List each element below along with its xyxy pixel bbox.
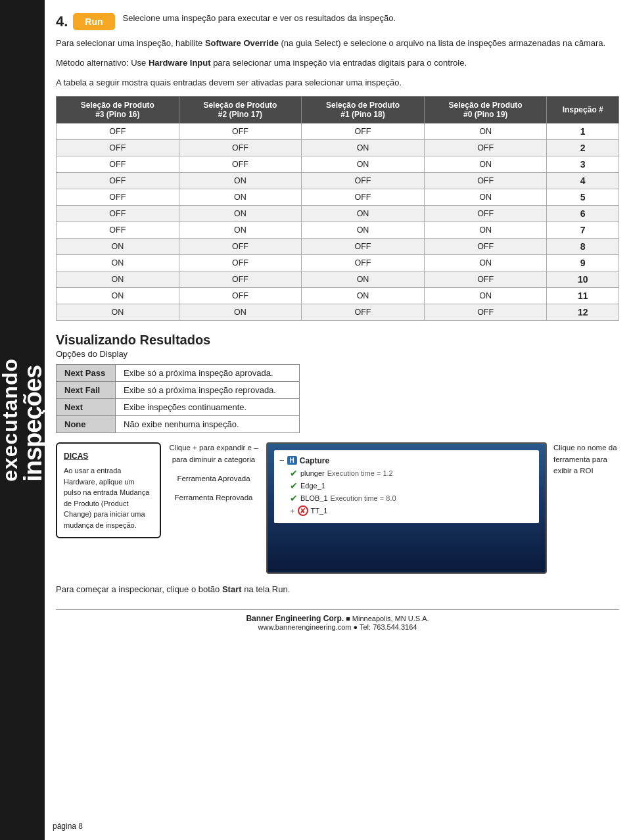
display-option-label-0: Next Pass (57, 365, 116, 382)
table-cell-0-1: OFF (179, 124, 302, 140)
table-cell-9-1: OFF (179, 271, 302, 288)
dicas-box: DICAS Ao usar a entrada Hardware, apliqu… (56, 442, 161, 538)
dicas-title: DICAS (64, 450, 153, 462)
table-row: OFFONOFFOFF4 (57, 173, 619, 189)
tool-row-2: ✔ BLOB_1 Execution time = 8.0 (290, 493, 534, 503)
table-row: ONOFFOFFON9 (57, 255, 619, 271)
table-cell-3-3: OFF (424, 173, 547, 189)
step-description: Selecione uma inspeção para executar e v… (123, 12, 619, 25)
table-cell-9-4: 10 (547, 271, 619, 288)
tool-extra-0: Execution time = 1.2 (327, 469, 393, 477)
check-green-2: ✔ (290, 493, 298, 503)
capture-label: Capture (300, 456, 329, 465)
capture-icon: H (287, 456, 297, 465)
table-row: ONOFFOFFOFF8 (57, 239, 619, 255)
table-cell-5-0: OFF (57, 206, 179, 222)
table-row: ONOFFONON11 (57, 288, 619, 304)
screenshot-area: − H Capture ✔ plunger Execution time = 1… (266, 442, 547, 574)
table-cell-2-1: OFF (179, 156, 302, 173)
table-cell-11-3: OFF (424, 304, 547, 321)
tool-name-3: TT_1 (311, 507, 328, 515)
table-cell-3-2: OFF (302, 173, 425, 189)
footer-phone: Tel: 763.544.3164 (360, 623, 417, 631)
table-cell-1-1: OFF (179, 140, 302, 156)
bottom-section: DICAS Ao usar a entrada Hardware, apliqu… (56, 442, 619, 574)
display-option-row-0: Next PassExibe só a próxima inspeção apr… (57, 365, 300, 382)
middle-instructions: Clique + para expandir e – para diminuir… (168, 442, 260, 511)
capture-row: − H Capture (279, 455, 534, 465)
tool-extra-2: Execution time = 8.0 (331, 494, 396, 502)
sidebar: executando inspeções (0, 0, 45, 840)
table-cell-0-4: 1 (547, 124, 619, 140)
sidebar-inspections: inspeções (20, 358, 45, 482)
sidebar-executando: executando (0, 358, 20, 482)
table-cell-10-0: ON (57, 288, 179, 304)
selection-table: Seleção de Produto#3 (Pino 16) Seleção d… (56, 96, 619, 321)
check-green-1: ✔ (290, 480, 298, 491)
tool-name-2: BLOB_1 (300, 494, 328, 502)
display-option-desc-3: Não exibe nenhuma inspeção. (116, 416, 300, 433)
footer-location: Minneapolis, MN U.S.A. (352, 615, 429, 622)
table-row: OFFONOFFON5 (57, 189, 619, 206)
table-row: OFFONONOFF6 (57, 206, 619, 222)
step-number: 4. (56, 13, 68, 30)
check-red-3: ✘ (298, 505, 308, 516)
display-option-desc-0: Exibe só a próxima inspeção aprovada. (116, 365, 300, 382)
minus-icon: − (279, 455, 285, 465)
display-option-desc-1: Exibe só a próxima inspeção reprovada. (116, 382, 300, 399)
display-options-table: Next PassExibe só a próxima inspeção apr… (56, 364, 300, 433)
bottom-para: Para começar a inspecionar, clique o bot… (56, 583, 619, 596)
check-green-0: ✔ (290, 468, 298, 478)
footer: Banner Engineering Corp. ■ Minneapolis, … (56, 609, 619, 631)
display-option-label-3: None (57, 416, 116, 433)
para-hardware-input: Método alternativo: Use Hardware Input p… (56, 57, 619, 70)
table-cell-4-0: OFF (57, 189, 179, 206)
table-cell-10-3: ON (424, 288, 547, 304)
table-cell-8-1: OFF (179, 255, 302, 271)
table-cell-8-4: 9 (547, 255, 619, 271)
table-cell-2-3: ON (424, 156, 547, 173)
col-header-4: Inspeção # (547, 97, 619, 124)
display-option-desc-2: Exibe inspeções continuamente. (116, 399, 300, 416)
footer-contact: www.bannerengineering.com ● Tel: 763.544… (56, 623, 619, 631)
table-cell-4-3: ON (424, 189, 547, 206)
table-cell-6-3: ON (424, 222, 547, 239)
table-cell-11-0: ON (57, 304, 179, 321)
table-cell-5-2: ON (302, 206, 425, 222)
para-software-override: Para selecionar uma inspeção, habilite S… (56, 37, 619, 50)
table-cell-10-4: 11 (547, 288, 619, 304)
table-cell-7-2: OFF (302, 239, 425, 255)
display-option-label-1: Next Fail (57, 382, 116, 399)
table-cell-4-1: ON (179, 189, 302, 206)
display-option-row-3: NoneNão exibe nenhuma inspeção. (57, 416, 300, 433)
tool-name-0: plunger (300, 469, 325, 477)
table-cell-3-0: OFF (57, 173, 179, 189)
right-note: Clique no nome da ferramenta para exibir… (553, 442, 619, 477)
dicas-text: Ao usar a entrada Hardware, aplique um p… (64, 465, 153, 530)
table-cell-2-4: 3 (547, 156, 619, 173)
page-number: página 8 (53, 822, 83, 831)
table-cell-0-3: ON (424, 124, 547, 140)
tool-name-1: Edge_1 (300, 482, 325, 490)
table-cell-11-2: OFF (302, 304, 425, 321)
table-row: OFFONONON7 (57, 222, 619, 239)
col-header-1: Seleção de Produto#2 (Pino 17) (179, 97, 302, 124)
table-cell-5-1: ON (179, 206, 302, 222)
approved-label: Ferramenta Aprovada (168, 473, 260, 484)
table-cell-4-2: OFF (302, 189, 425, 206)
table-row: ONONOFFOFF12 (57, 304, 619, 321)
run-button[interactable]: Run (73, 13, 114, 30)
table-cell-4-4: 5 (547, 189, 619, 206)
table-row: OFFOFFONOFF2 (57, 140, 619, 156)
para-table-intro: A tabela a seguir mostra quais entradas … (56, 76, 619, 89)
table-cell-6-0: OFF (57, 222, 179, 239)
col-header-2: Seleção de Produto#1 (Pino 18) (302, 97, 425, 124)
table-cell-6-2: ON (302, 222, 425, 239)
table-cell-8-3: ON (424, 255, 547, 271)
table-cell-8-2: OFF (302, 255, 425, 271)
table-cell-1-4: 2 (547, 140, 619, 156)
display-option-row-2: NextExibe inspeções continuamente. (57, 399, 300, 416)
expand-instruction: Clique + para expandir e – para diminuir… (168, 442, 260, 465)
screenshot-inner: − H Capture ✔ plunger Execution time = 1… (274, 450, 539, 523)
display-option-row-1: Next FailExibe só a próxima inspeção rep… (57, 382, 300, 399)
